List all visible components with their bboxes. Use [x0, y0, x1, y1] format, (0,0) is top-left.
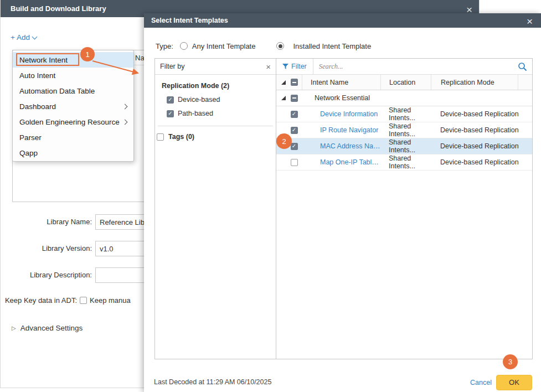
- modal-title: Select Intent Templates: [144, 13, 541, 28]
- location-cell: Shared Intents...: [380, 122, 431, 138]
- replication-mode-cell: Device-based Replication: [431, 142, 518, 150]
- menu-item-label: Golden Engineering Resource: [19, 118, 120, 126]
- row-checkbox[interactable]: [291, 143, 298, 150]
- search-input[interactable]: [313, 59, 518, 74]
- device-based-label: Device-based: [178, 96, 220, 104]
- filter-option-path-based[interactable]: Path-based: [167, 110, 276, 117]
- filter-button-label: Filter: [291, 63, 307, 70]
- table-toolbar: Filter: [276, 59, 532, 75]
- add-button[interactable]: + Add: [11, 33, 37, 42]
- select-all-checkbox[interactable]: [291, 79, 298, 86]
- filter-option-tags[interactable]: Tags (0): [157, 133, 276, 141]
- ok-button[interactable]: OK: [496, 375, 532, 390]
- tags-checkbox[interactable]: [157, 133, 164, 141]
- location-cell: Shared Intents...: [380, 154, 431, 170]
- filter-button[interactable]: Filter: [276, 63, 313, 70]
- device-based-checkbox[interactable]: [167, 96, 174, 104]
- replication-mode-section-title: Replication Mode (2): [162, 82, 276, 90]
- menu-item-label: Dashboard: [19, 102, 56, 111]
- step3-badge: 3: [503, 354, 518, 369]
- expand-triangle-icon: ▷: [12, 325, 16, 331]
- search-icon[interactable]: [518, 62, 527, 71]
- menu-item-dashboard[interactable]: Dashboard: [13, 99, 133, 114]
- keep-key-data-label: Keep Key data in ADT:: [1, 293, 77, 308]
- library-version-label: Library Version:: [1, 241, 92, 256]
- row-checkbox[interactable]: [291, 127, 298, 134]
- table-header-row: Intent Name Location Replication Mode: [276, 75, 532, 90]
- radio-installed-intent-template[interactable]: [276, 42, 284, 50]
- filter-divider: [158, 126, 273, 126]
- menu-item-parser[interactable]: Parser: [13, 130, 133, 145]
- path-based-label: Path-based: [178, 110, 213, 117]
- cancel-button[interactable]: Cancel: [470, 379, 492, 386]
- menu-item-label: Parser: [19, 133, 42, 142]
- step2-badge: 2: [276, 133, 292, 149]
- templates-box: Filter by × Replication Mode (2) Device-…: [154, 58, 533, 359]
- filter-panel-header: Filter by ×: [155, 59, 276, 75]
- select-intent-templates-modal: Select Intent Templates × Type: Any Inte…: [144, 13, 541, 392]
- collapse-triangle-icon: [281, 80, 286, 85]
- group-name: Network Essential: [302, 94, 380, 102]
- menu-item-label: Network Intent: [19, 56, 68, 64]
- spacer-column-header: [518, 75, 532, 90]
- row-select-cell[interactable]: [286, 159, 302, 166]
- collapse-all-cell[interactable]: [276, 75, 286, 90]
- templates-table-area: Filter Intent Name Locatio: [276, 59, 532, 359]
- keep-key-data-option-label: Keep manua: [90, 293, 131, 308]
- search-box: [313, 59, 532, 74]
- location-cell: Shared Intents...: [380, 138, 431, 154]
- row-checkbox[interactable]: [291, 159, 298, 166]
- collapse-triangle-icon: [281, 95, 286, 101]
- table-row[interactable]: Map One-IP Table ... Shared Intents... D…: [276, 154, 532, 171]
- replication-mode-cell: Device-based Replication: [431, 126, 518, 134]
- group-checkbox[interactable]: [291, 95, 298, 102]
- intent-name-link[interactable]: Device Information: [320, 110, 378, 118]
- close-icon[interactable]: ×: [266, 62, 271, 71]
- group-collapse-cell[interactable]: [276, 95, 286, 101]
- table-row[interactable]: Device Information Shared Intents... Dev…: [276, 106, 532, 122]
- tags-label: Tags (0): [168, 133, 194, 141]
- select-all-cell[interactable]: [286, 75, 302, 90]
- step1-badge: 1: [80, 47, 95, 61]
- radio-any-label: Any Intent Template: [192, 42, 256, 50]
- funnel-icon: [282, 64, 288, 69]
- location-cell: Shared Intents...: [380, 106, 431, 122]
- intent-name-link[interactable]: MAC Address Navi...: [320, 142, 380, 150]
- close-icon[interactable]: ×: [527, 16, 533, 27]
- menu-item-qapp[interactable]: Qapp: [13, 145, 133, 161]
- radio-any-intent-template[interactable]: [180, 42, 188, 50]
- step1-arrow: [88, 54, 146, 81]
- screen: Build and Download Library × + Add Nar N…: [0, 0, 541, 392]
- type-selector-row: Type: Any Intent Template Installed Inte…: [156, 41, 371, 51]
- intent-name-link[interactable]: Map One-IP Table ...: [320, 158, 380, 166]
- keep-key-data-checkbox[interactable]: [80, 297, 87, 304]
- filter-option-device-based[interactable]: Device-based: [167, 96, 276, 104]
- table-row[interactable]: IP Route Navigator Shared Intents... Dev…: [276, 122, 532, 138]
- intent-name-link[interactable]: IP Route Navigator: [320, 126, 378, 134]
- table-row-selected[interactable]: MAC Address Navi... Shared Intents... De…: [276, 138, 532, 154]
- row-checkbox[interactable]: [291, 111, 298, 118]
- library-description-label: Library Description:: [1, 267, 92, 283]
- location-column-header[interactable]: Location: [380, 75, 431, 90]
- submenu-chevron-icon: [122, 119, 128, 125]
- advanced-settings-toggle[interactable]: ▷ Advanced Settings: [12, 324, 83, 332]
- replication-mode-cell: Device-based Replication: [431, 158, 518, 166]
- group-select-cell[interactable]: [286, 95, 302, 102]
- row-select-cell[interactable]: [286, 111, 302, 118]
- replication-mode-column-header[interactable]: Replication Mode: [431, 75, 518, 90]
- menu-item-label: Auto Intent: [19, 71, 55, 80]
- add-button-label: + Add: [11, 33, 30, 42]
- intent-name-column-header[interactable]: Intent Name: [302, 75, 380, 90]
- path-based-checkbox[interactable]: [167, 110, 174, 117]
- submenu-chevron-icon: [122, 104, 128, 109]
- filter-panel: Filter by × Replication Mode (2) Device-…: [155, 59, 276, 359]
- replication-mode-cell: Device-based Replication: [431, 110, 518, 118]
- menu-item-label: Qapp: [19, 149, 38, 157]
- row-select-cell[interactable]: [286, 127, 302, 134]
- group-row-network-essential[interactable]: Network Essential: [276, 90, 532, 106]
- radio-installed-label: Installed Intent Template: [293, 42, 371, 50]
- chevron-down-icon: [32, 34, 37, 40]
- last-decoded-status: Last Decoded at 11:29 AM 06/10/2025: [154, 378, 271, 386]
- menu-item-automation-data-table[interactable]: Automation Data Table: [13, 83, 133, 99]
- menu-item-golden-engineering-resource[interactable]: Golden Engineering Resource: [13, 114, 133, 130]
